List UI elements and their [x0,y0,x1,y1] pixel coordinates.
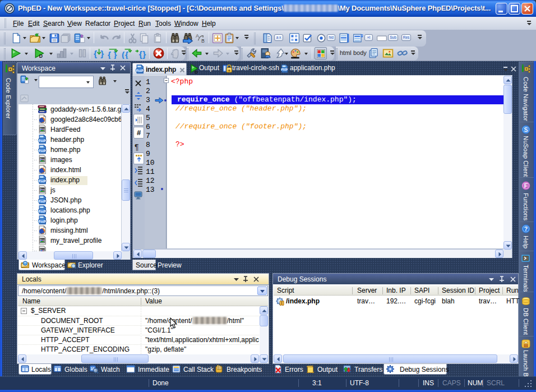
svg-text:(: ( [122,50,125,59]
svg-text:?: ? [524,225,528,232]
svg-text:D: D [195,70,198,74]
svg-text:}: } [100,49,104,58]
svg-text:B: B [201,38,205,44]
svg-text:S: S [524,126,528,133]
svg-text:D: D [39,53,43,59]
svg-text:{: { [108,50,111,59]
svg-text:{: { [139,49,142,59]
svg-text:{: { [94,49,97,58]
svg-text:F: F [524,182,528,189]
svg-text:A: A [196,33,199,39]
svg-text:{: { [125,50,128,59]
svg-text:}: } [142,49,146,59]
